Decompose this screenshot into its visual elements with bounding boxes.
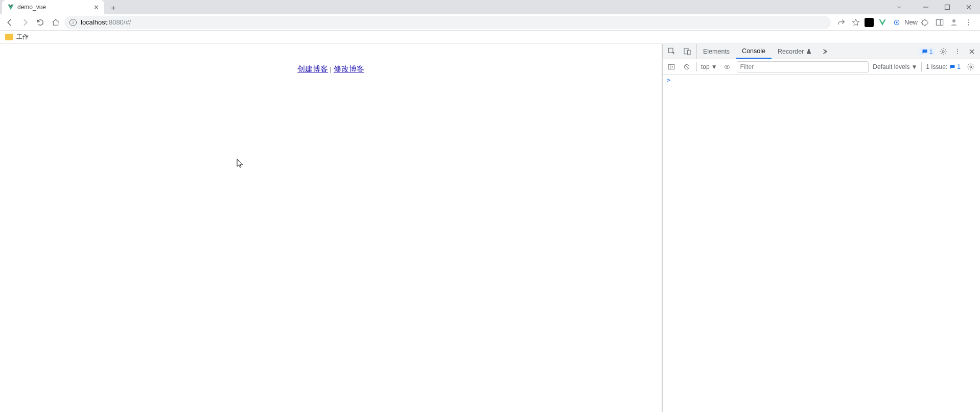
issues-indicator[interactable]: 1 Issue: 1	[926, 63, 961, 70]
close-devtools-button[interactable]	[966, 45, 978, 58]
issues-label: 1 Issue:	[926, 63, 947, 70]
page-viewport: 创建博客 | 修改博客	[0, 44, 662, 412]
address-right-icons: New	[833, 17, 977, 28]
omnibox[interactable]: i localhost:8080/#/	[64, 16, 831, 29]
messages-badge[interactable]: 1	[919, 48, 935, 55]
tab-recorder[interactable]: Recorder	[772, 44, 818, 59]
close-tab-icon[interactable]: ✕	[94, 4, 99, 11]
message-icon	[922, 49, 928, 55]
address-bar: i localhost:8080/#/ New	[0, 14, 980, 31]
svg-rect-0	[945, 5, 950, 10]
tab-search-button[interactable]	[890, 0, 908, 14]
home-button[interactable]	[49, 16, 62, 29]
maximize-button[interactable]	[938, 0, 956, 14]
prompt-caret: >	[667, 77, 670, 84]
flask-icon	[806, 49, 812, 55]
url-host: localhost	[81, 18, 107, 26]
menu-button[interactable]	[963, 17, 974, 28]
tab-console[interactable]: Console	[736, 44, 772, 59]
messages-count: 1	[929, 49, 932, 55]
sidebar-toggle-button[interactable]	[666, 61, 677, 72]
svg-point-18	[970, 66, 972, 68]
svg-rect-15	[668, 64, 674, 69]
svg-point-2	[896, 21, 897, 23]
extension-target-icon[interactable]	[891, 17, 902, 28]
console-toolbar: top ▼ Filter Default levels ▼ 1 Issue: 1	[663, 59, 980, 75]
chevron-down-icon: ▼	[911, 63, 917, 70]
star-icon[interactable]	[850, 17, 861, 28]
profile-button[interactable]	[948, 17, 960, 28]
extension-black-icon[interactable]	[865, 18, 874, 27]
url-path: :8080/#/	[107, 18, 131, 26]
tab-strip: demo_vue ✕ +	[0, 0, 980, 14]
workspace: 创建博客 | 修改博客 Elements Console Recorder 1	[0, 44, 980, 412]
reload-button[interactable]	[34, 16, 47, 29]
log-levels-selector[interactable]: Default levels ▼	[873, 63, 917, 70]
bookmark-folder-label[interactable]: 工作	[16, 33, 29, 41]
new-tab-button[interactable]: +	[106, 2, 121, 14]
devtools-menu-button[interactable]	[951, 45, 964, 58]
svg-point-12	[957, 49, 958, 50]
vue-favicon-icon	[7, 4, 14, 11]
svg-rect-10	[688, 50, 690, 55]
forward-button[interactable]	[18, 16, 32, 29]
live-expression-button[interactable]	[721, 61, 733, 72]
create-blog-link[interactable]: 创建博客	[297, 64, 328, 73]
share-icon[interactable]	[836, 17, 847, 28]
svg-point-13	[957, 51, 958, 52]
filter-input[interactable]: Filter	[737, 61, 869, 72]
filter-placeholder: Filter	[740, 63, 754, 70]
vue-devtools-icon[interactable]	[877, 17, 888, 28]
svg-rect-3	[936, 19, 943, 25]
page-content: 创建博客 | 修改博客	[0, 44, 662, 74]
cursor-icon	[237, 159, 244, 168]
device-toolbar-button[interactable]	[681, 45, 693, 58]
context-label: top	[701, 63, 710, 70]
side-panel-button[interactable]	[934, 17, 945, 28]
tab-elements[interactable]: Elements	[697, 44, 736, 59]
settings-button[interactable]	[937, 45, 949, 58]
svg-point-4	[952, 19, 955, 22]
clear-console-button[interactable]	[681, 61, 692, 72]
url-text: localhost:8080/#/	[81, 18, 131, 26]
console-settings-button[interactable]	[965, 61, 977, 73]
separator	[696, 62, 697, 71]
minimize-button[interactable]	[917, 0, 935, 14]
chevron-down-icon: ▼	[711, 63, 717, 70]
back-button[interactable]	[3, 16, 16, 29]
folder-icon	[5, 34, 13, 40]
extension-new-badge-icon[interactable]: New	[905, 17, 917, 28]
tabs-overflow-button[interactable]	[818, 48, 833, 55]
edit-blog-link[interactable]: 修改博客	[334, 64, 364, 73]
svg-point-7	[968, 24, 969, 25]
levels-label: Default levels	[873, 63, 909, 70]
window-controls	[890, 0, 980, 14]
svg-point-6	[968, 21, 969, 22]
extensions-button[interactable]	[920, 17, 931, 28]
svg-point-5	[968, 19, 969, 20]
new-badge-text: New	[904, 18, 918, 26]
console-body[interactable]: >	[663, 75, 980, 412]
svg-point-11	[942, 51, 944, 53]
message-icon	[949, 64, 955, 70]
bookmarks-bar: 工作	[0, 31, 980, 44]
inspect-element-button[interactable]	[666, 45, 678, 58]
issues-count: 1	[957, 63, 961, 70]
browser-tab[interactable]: demo_vue ✕	[2, 0, 104, 14]
info-icon[interactable]: i	[69, 19, 77, 26]
devtools-panel: Elements Console Recorder 1 top ▼ Fil	[662, 44, 980, 412]
separator	[921, 62, 922, 71]
close-window-button[interactable]	[960, 0, 978, 14]
svg-point-14	[957, 53, 958, 54]
tab-title: demo_vue	[17, 4, 90, 11]
context-selector[interactable]: top ▼	[701, 63, 717, 70]
devtools-tabbar: Elements Console Recorder 1	[663, 44, 980, 59]
svg-point-17	[726, 66, 728, 67]
tab-recorder-label: Recorder	[778, 48, 804, 55]
link-separator: |	[328, 65, 334, 73]
